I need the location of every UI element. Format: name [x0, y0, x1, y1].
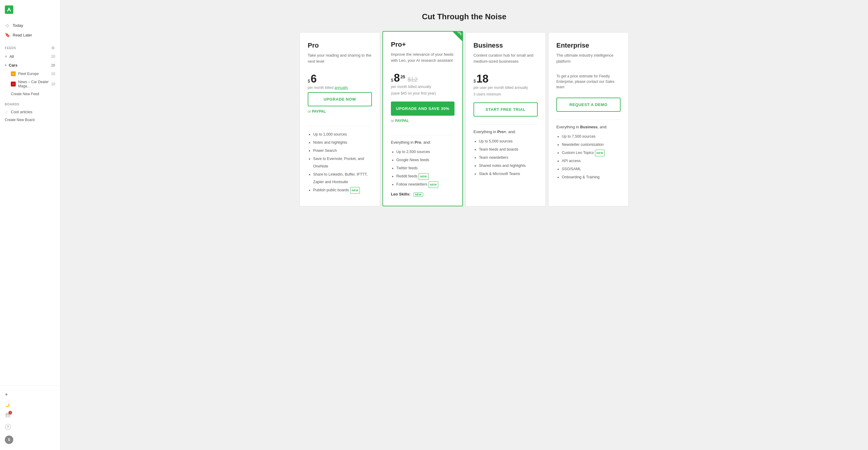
feeds-all-item[interactable]: ≡ All 20: [0, 52, 60, 61]
annually-link[interactable]: annually: [335, 86, 348, 90]
price-amount: 18: [476, 73, 489, 84]
feature-item: Shared notes and highlights: [479, 162, 538, 169]
bookmark-icon: 🔖: [5, 33, 10, 37]
features-list: Up to 5,000 sourcesTeam feeds and boards…: [473, 138, 538, 178]
pricing-card-pro: Pro Take your reading and sharing to the…: [300, 32, 380, 206]
car-dealer-favicon: CD: [11, 82, 16, 87]
new-badge: NEW: [350, 187, 360, 194]
features-intro: Everything in Pro, and:: [391, 140, 455, 144]
features-intro: Everything in Pro+, and:: [473, 130, 538, 134]
enterprise-contact: To get a price estimate for Feedly Enter…: [556, 73, 621, 92]
features-list: Up to 7,500 sourcesNewsletter customizat…: [556, 133, 621, 182]
price-amount: 6: [311, 73, 317, 84]
plan-name: Pro: [308, 41, 372, 50]
sidebar: ◇ Today 🔖 Read Later FEEDS ⚙ ≡ All 20 ▾ …: [0, 0, 60, 450]
price-amount: 8: [394, 73, 400, 84]
plan-desc: The ultimate industry intelligence platf…: [556, 53, 621, 67]
plan-name: Business: [473, 41, 538, 50]
sidebar-bottom: + 🌙 ! ?: [0, 385, 60, 450]
feed-item-fleet-europe[interactable]: E Fleet Europe 10: [0, 70, 60, 78]
pricing-card-pro-plus: SAVE 30% Pro+ Improve the relevance of y…: [382, 31, 463, 206]
page-title: Cut Through the Noise: [69, 12, 859, 21]
feature-item: SSO/SAML: [562, 165, 621, 173]
main-nav: ◇ Today 🔖 Read Later: [0, 19, 60, 41]
gift-icon: !: [5, 412, 11, 419]
paypal-link[interactable]: PAYPAL: [395, 119, 409, 123]
feeds-all-count: 20: [51, 55, 55, 59]
divider: [308, 126, 372, 126]
pricing-card-enterprise: Enterprise The ultimate industry intelli…: [548, 32, 629, 206]
help-button[interactable]: ?: [0, 421, 60, 433]
add-icon: +: [5, 392, 8, 398]
price-note: 3 users minimum: [473, 92, 538, 96]
feature-item: Follow newslettersNEW: [396, 181, 455, 188]
price-cents: 25: [401, 74, 405, 79]
nav-today-label: Today: [13, 23, 23, 28]
feature-item: Custom Leo TopicsNEW: [562, 149, 621, 157]
price-row: $ 8 25 $12: [391, 73, 455, 84]
add-button[interactable]: +: [0, 389, 60, 400]
create-new-feed-link[interactable]: Create New Feed: [0, 90, 60, 98]
logo: [0, 0, 60, 19]
cars-group-label: Cars: [9, 63, 18, 67]
business-cta-button[interactable]: START FREE TRIAL: [473, 102, 538, 117]
chevron-down-icon: ▾: [5, 64, 6, 67]
price-row: $ 6: [308, 73, 372, 84]
plan-desc: Take your reading and sharing to the nex…: [308, 53, 372, 67]
new-badge: NEW: [595, 150, 604, 156]
enterprise-cta-button[interactable]: REQUEST A DEMO: [556, 98, 621, 112]
plan-desc: Content curation hub for small and mediu…: [473, 53, 538, 67]
feature-item: Twitter feeds: [396, 164, 455, 172]
feature-item: Up to 5,000 sources: [479, 138, 538, 145]
nav-today[interactable]: ◇ Today: [0, 21, 60, 30]
leo-skills-label: Leo Skills: NEW: [391, 192, 455, 197]
price-currency: $: [391, 78, 393, 83]
pricing-card-business: Business Content curation hub for small …: [465, 32, 546, 206]
board-cool-articles[interactable]: ☆ Cool articles: [0, 108, 60, 116]
price-row: $ 18: [473, 73, 538, 84]
feature-item: Notes and highlights: [313, 139, 372, 147]
divider: [473, 124, 538, 125]
price-currency: $: [308, 78, 310, 84]
feature-item: API access: [562, 157, 621, 165]
feature-item: Newsletter customization: [562, 141, 621, 149]
new-badge: NEW: [418, 173, 428, 180]
dark-mode-button[interactable]: 🌙: [0, 400, 60, 410]
feeds-all-label: All: [10, 54, 14, 59]
feature-item: Share to LinkedIn, Buffer, IFTTT, Zapier…: [313, 171, 372, 186]
feed-car-dealer-count: 10: [51, 82, 55, 86]
cars-feed-group: ▾ Cars 20 E Fleet Europe 10 CD News – Ca…: [0, 61, 60, 98]
feature-item: Save to Evernote, Pocket, and OneNote: [313, 155, 372, 170]
price-period: per month billed annually: [391, 85, 455, 89]
save-badge: SAVE 30%: [441, 32, 462, 53]
pro-plus-cta-button[interactable]: UPGRADE AND SAVE 30%: [391, 101, 455, 116]
gift-button[interactable]: !: [0, 410, 60, 421]
feature-item: Onboarding & Training: [562, 173, 621, 181]
paypal-link[interactable]: PAYPAL: [312, 109, 326, 114]
nav-read-later[interactable]: 🔖 Read Later: [0, 30, 60, 40]
feed-item-car-dealer[interactable]: CD News – Car Dealer Maga… 10: [0, 78, 60, 90]
new-badge: NEW: [413, 192, 423, 197]
main-content: Cut Through the Noise Pro Take your read…: [60, 0, 868, 450]
plan-name: Enterprise: [556, 41, 621, 50]
pro-cta-button[interactable]: UPGRADE NOW: [308, 92, 372, 106]
question-icon: ?: [5, 424, 11, 431]
boards-section-label: BOARDS: [0, 98, 60, 108]
feed-fleet-europe-count: 10: [51, 72, 55, 76]
divider: [556, 120, 621, 120]
feature-item: Slack & Microsoft Teams: [479, 170, 538, 178]
feature-item: Team feeds and boards: [479, 146, 538, 153]
feeds-settings-icon[interactable]: ⚙: [51, 46, 55, 50]
feature-item: Team newsletters: [479, 154, 538, 161]
feature-item: Reddit feedsNEW: [396, 172, 455, 180]
user-avatar[interactable]: S: [0, 433, 60, 446]
feed-fleet-europe-label: Fleet Europe: [18, 72, 39, 76]
cars-group-header[interactable]: ▾ Cars 20: [0, 61, 60, 70]
feature-item: Up to 7,500 sources: [562, 133, 621, 140]
feed-car-dealer-label: News – Car Dealer Maga…: [18, 80, 49, 88]
paypal-option: or PAYPAL: [391, 119, 455, 123]
price-original: $12: [407, 76, 417, 83]
feature-item: Up to 2,500 sources: [396, 148, 455, 156]
create-new-board-link[interactable]: Create New Board: [0, 116, 60, 124]
star-icon: ☆: [5, 110, 8, 114]
